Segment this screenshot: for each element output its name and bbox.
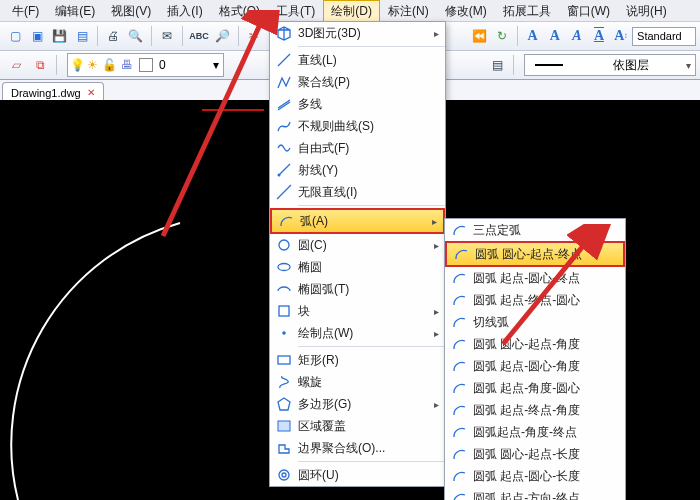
arc-icon bbox=[445, 446, 473, 462]
doc-tab[interactable]: Drawing1.dwg ✕ bbox=[2, 82, 104, 102]
menu-f[interactable]: 牛(F) bbox=[4, 0, 47, 21]
menu-v[interactable]: 视图(V) bbox=[103, 0, 159, 21]
preview-icon[interactable]: 🔍 bbox=[127, 27, 144, 45]
menu-label: 椭圆 bbox=[298, 259, 439, 276]
drawmenu-arc[interactable]: 弧(A) ▸ bbox=[270, 208, 445, 234]
menu-e[interactable]: 编辑(E) bbox=[47, 0, 103, 21]
circ-icon bbox=[270, 237, 298, 253]
menu-label: 圆弧起点-角度-终点 bbox=[473, 424, 619, 441]
arcmenu-item[interactable]: 圆弧 圆心-起点-长度 bbox=[445, 443, 625, 465]
layer-selector[interactable]: 💡 ☀ 🔓 🖶 ▾ bbox=[67, 53, 224, 77]
arc-icon bbox=[445, 336, 473, 352]
drawmenu-line[interactable]: 直线(L) bbox=[270, 49, 445, 71]
menu-i[interactable]: 插入(I) bbox=[159, 0, 210, 21]
print-icon[interactable]: 🖨 bbox=[105, 27, 121, 45]
draw-menu: 3D图元(3D) ▸ 直线(L) 聚合线(P) 多线 不规则曲线(S) 自由式(… bbox=[269, 21, 446, 487]
mail-icon[interactable]: ✉ bbox=[159, 27, 175, 45]
menu-label: 矩形(R) bbox=[298, 352, 439, 369]
cover-icon bbox=[270, 418, 298, 434]
arcmenu-item[interactable]: 圆弧 圆心-起点-终点 bbox=[445, 241, 625, 267]
arc-submenu: 三点定弧 圆弧 圆心-起点-终点 圆弧 起点-圆心-终点 圆弧 起点-终点-圆心… bbox=[444, 218, 626, 500]
arcmenu-item[interactable]: 圆弧 起点-方向-终点 bbox=[445, 487, 625, 500]
drawmenu-ray[interactable]: 射线(Y) bbox=[270, 159, 445, 181]
arcmenu-item[interactable]: 圆弧起点-角度-终点 bbox=[445, 421, 625, 443]
poly-icon bbox=[270, 396, 298, 412]
arcmenu-item[interactable]: 圆弧 起点-终点-角度 bbox=[445, 399, 625, 421]
drawmenu-block[interactable]: 块 ▸ bbox=[270, 300, 445, 322]
drawmenu-donut[interactable]: 椭圆 bbox=[270, 256, 445, 278]
donut-icon bbox=[270, 259, 298, 275]
drawmenu-xline[interactable]: 无限直线(I) bbox=[270, 181, 445, 203]
chevron-down-icon: ▾ bbox=[682, 60, 695, 71]
arcmenu-item[interactable]: 圆弧 圆心-起点-角度 bbox=[445, 333, 625, 355]
layer-color-swatch bbox=[139, 58, 153, 72]
arcmenu-item[interactable]: 切线弧 bbox=[445, 311, 625, 333]
drawmenu-ell[interactable]: 椭圆弧(T) bbox=[270, 278, 445, 300]
drawmenu-rect[interactable]: 矩形(R) bbox=[270, 349, 445, 371]
rewind-icon[interactable]: ⏪ bbox=[471, 27, 488, 45]
drawmenu-free[interactable]: 自由式(F) bbox=[270, 137, 445, 159]
menu-m[interactable]: 修改(M) bbox=[437, 0, 495, 21]
drawmenu-3d[interactable]: 3D图元(3D) ▸ bbox=[270, 22, 445, 44]
spell-icon[interactable]: ABC bbox=[190, 27, 208, 45]
saveall-icon[interactable]: ▤ bbox=[74, 27, 90, 45]
bylayer-dropdown[interactable]: 依图层 ▾ bbox=[524, 54, 696, 76]
refresh-icon[interactable]: ↻ bbox=[494, 27, 510, 45]
menu-label: 圆弧 起点-圆心-终点 bbox=[473, 270, 619, 287]
arc-icon bbox=[445, 358, 473, 374]
open-icon[interactable]: ▣ bbox=[29, 27, 45, 45]
chevron-down-icon[interactable]: ▾ bbox=[213, 58, 219, 72]
arc-icon bbox=[445, 468, 473, 484]
layer-name-input[interactable] bbox=[157, 57, 211, 73]
drawmenu-ring[interactable]: 圆环(U) bbox=[270, 464, 445, 486]
svg-point-7 bbox=[282, 331, 286, 335]
find-icon[interactable]: 🔎 bbox=[214, 27, 231, 45]
close-icon[interactable]: ✕ bbox=[87, 87, 95, 98]
drawmenu-cover[interactable]: 区域覆盖 bbox=[270, 415, 445, 437]
drawmenu-poly[interactable]: 多边形(G) ▸ bbox=[270, 393, 445, 415]
menu-label: 圆弧 起点-角度-圆心 bbox=[473, 380, 619, 397]
arcmenu-item[interactable]: 圆弧 起点-圆心-角度 bbox=[445, 355, 625, 377]
menu-t[interactable]: 工具(T) bbox=[268, 0, 323, 21]
arcmenu-item[interactable]: 圆弧 起点-圆心-长度 bbox=[445, 465, 625, 487]
svg-point-5 bbox=[278, 264, 290, 271]
save-icon[interactable]: 💾 bbox=[51, 27, 68, 45]
menu-h[interactable]: 说明(H) bbox=[618, 0, 675, 21]
drawmenu-spline[interactable]: 不规则曲线(S) bbox=[270, 115, 445, 137]
text-a3-icon[interactable]: A bbox=[569, 27, 585, 45]
menu-[interactable]: 拓展工具 bbox=[495, 0, 559, 21]
cut-icon[interactable]: ✂ bbox=[246, 27, 262, 45]
point-icon bbox=[270, 325, 298, 341]
arcmenu-item[interactable]: 圆弧 起点-终点-圆心 bbox=[445, 289, 625, 311]
arcmenu-item[interactable]: 圆弧 起点-角度-圆心 bbox=[445, 377, 625, 399]
text-a5-icon[interactable]: A↕ bbox=[613, 26, 629, 46]
block-icon bbox=[270, 303, 298, 319]
menu-label: 块 bbox=[298, 303, 426, 320]
text-a4-icon[interactable]: A bbox=[591, 27, 607, 45]
arcmenu-item[interactable]: 圆弧 起点-圆心-终点 bbox=[445, 267, 625, 289]
arcmenu-item[interactable]: 三点定弧 bbox=[445, 219, 625, 241]
indent-icon[interactable]: ▤ bbox=[488, 56, 506, 74]
new-icon[interactable]: ▢ bbox=[7, 27, 23, 45]
drawmenu-circ[interactable]: 圆(C) ▸ bbox=[270, 234, 445, 256]
menu-n[interactable]: 标注(N) bbox=[380, 0, 437, 21]
text-a1-icon[interactable]: A bbox=[525, 27, 541, 45]
text-a2-icon[interactable]: A bbox=[547, 27, 563, 45]
menu-label: 边界聚合线(O)... bbox=[298, 440, 439, 457]
drawmenu-pline[interactable]: 聚合线(P) bbox=[270, 71, 445, 93]
drawmenu-bpoly[interactable]: 边界聚合线(O)... bbox=[270, 437, 445, 459]
layer-icon[interactable]: ⧉ bbox=[31, 56, 49, 74]
drawmenu-point[interactable]: 绘制点(W) ▸ bbox=[270, 322, 445, 344]
svg-line-1 bbox=[279, 164, 290, 175]
menu-label: 射线(Y) bbox=[298, 162, 439, 179]
textstyle-input[interactable] bbox=[632, 27, 696, 46]
menu-label: 无限直线(I) bbox=[298, 184, 439, 201]
flag-icon[interactable]: ▱ bbox=[7, 56, 25, 74]
drawmenu-helix[interactable]: 螺旋 bbox=[270, 371, 445, 393]
menu-o[interactable]: 格式(O) bbox=[211, 0, 268, 21]
drawmenu-mline[interactable]: 多线 bbox=[270, 93, 445, 115]
menu-d[interactable]: 绘制(D) bbox=[323, 0, 380, 22]
menu-w[interactable]: 窗口(W) bbox=[559, 0, 618, 21]
arc-icon bbox=[445, 490, 473, 500]
menu-label: 不规则曲线(S) bbox=[298, 118, 439, 135]
